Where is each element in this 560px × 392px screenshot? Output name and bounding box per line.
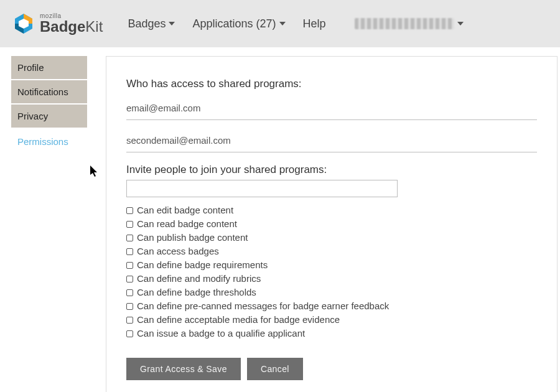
permission-label: Can define and modify rubrics <box>137 272 261 286</box>
permission-row[interactable]: Can define and modify rubrics <box>126 272 537 286</box>
checkbox-icon[interactable] <box>126 235 133 241</box>
permission-label: Can define badge requirements <box>137 258 268 272</box>
permission-label: Can issue a badge to a qualifie applican… <box>137 327 305 340</box>
permission-label: Can define badge thresholds <box>137 286 256 299</box>
invite-heading: Invite people to join your shared progra… <box>126 164 537 176</box>
permission-label: Can access badges <box>137 245 219 258</box>
nav-help-label: Help <box>303 17 326 30</box>
nav-badges[interactable]: Badges <box>128 17 175 30</box>
brand-text: mozilla BadgeKit <box>40 13 103 34</box>
permission-row[interactable]: Can issue a badge to a qualifie applican… <box>126 327 537 340</box>
brand-name: BadgeKit <box>40 19 103 34</box>
brand-logo[interactable]: mozilla BadgeKit <box>12 12 103 35</box>
permission-label: Can define pre-canned messages for badge… <box>137 299 389 313</box>
chevron-down-icon <box>169 22 175 26</box>
sidebar-item-label: Privacy <box>17 111 48 121</box>
sidebar-item-privacy[interactable]: Privacy <box>11 105 87 129</box>
permission-label: Can read badge content <box>137 217 237 231</box>
permission-row[interactable]: Can define acceptable media for badge ev… <box>126 313 537 327</box>
access-heading: Who has access to shared programs: <box>126 78 537 90</box>
permission-label: Can publish badge content <box>137 231 248 245</box>
permission-label: Can edit badge content <box>137 203 233 217</box>
permission-label: Can define acceptable media for badge ev… <box>137 313 340 327</box>
checkbox-icon[interactable] <box>126 317 133 324</box>
cancel-button[interactable]: Cancel <box>247 358 303 380</box>
grant-access-save-button[interactable]: Grant Access & Save <box>126 358 241 380</box>
nav-applications[interactable]: Applications (27) <box>192 17 285 30</box>
action-buttons: Grant Access & Save Cancel <box>126 358 537 380</box>
chevron-down-icon <box>279 22 286 26</box>
checkbox-icon[interactable] <box>126 276 133 282</box>
checkbox-icon[interactable] <box>126 330 133 337</box>
permission-row[interactable]: Can define pre-canned messages for badge… <box>126 299 537 313</box>
permissions-panel: Who has access to shared programs: email… <box>106 56 558 392</box>
chevron-down-icon <box>457 22 464 26</box>
sidebar-item-label: Permissions <box>17 136 68 147</box>
permission-row[interactable]: Can define badge thresholds <box>126 286 537 299</box>
nav-user-menu[interactable] <box>355 18 464 29</box>
nav-help[interactable]: Help <box>303 17 326 30</box>
sidebar-item-notifications[interactable]: Notifications <box>11 80 87 105</box>
sidebar-item-label: Profile <box>17 62 44 73</box>
sidebar-item-profile[interactable]: Profile <box>11 56 87 80</box>
checkbox-icon[interactable] <box>126 303 133 310</box>
nav-applications-label: Applications (27) <box>192 17 276 30</box>
page-layout: Profile Notifications Privacy Permission… <box>0 47 560 392</box>
shared-access-email: secondemail@email.com <box>126 131 537 152</box>
permission-row[interactable]: Can publish badge content <box>126 231 537 245</box>
sidebar-item-permissions[interactable]: Permissions <box>11 129 87 153</box>
nav-badges-label: Badges <box>128 17 166 30</box>
main-nav: Badges Applications (27) Help <box>128 17 463 30</box>
invite-email-input[interactable] <box>126 180 398 197</box>
permission-row[interactable]: Can read badge content <box>126 217 537 231</box>
user-email-obscured <box>355 18 454 29</box>
sidebar-item-label: Notifications <box>17 86 68 97</box>
settings-sidebar: Profile Notifications Privacy Permission… <box>11 56 87 153</box>
badgekit-hex-icon <box>12 12 35 35</box>
top-bar: mozilla BadgeKit Badges Applications (27… <box>0 0 560 47</box>
permission-row[interactable]: Can access badges <box>126 245 537 258</box>
permissions-list: Can edit badge content Can read badge co… <box>126 203 537 340</box>
shared-access-email: email@email.com <box>126 99 537 120</box>
permission-row[interactable]: Can edit badge content <box>126 203 537 217</box>
checkbox-icon[interactable] <box>126 262 133 269</box>
checkbox-icon[interactable] <box>126 207 133 214</box>
checkbox-icon[interactable] <box>126 289 133 296</box>
checkbox-icon[interactable] <box>126 248 133 255</box>
checkbox-icon[interactable] <box>126 221 133 228</box>
permission-row[interactable]: Can define badge requirements <box>126 258 537 272</box>
